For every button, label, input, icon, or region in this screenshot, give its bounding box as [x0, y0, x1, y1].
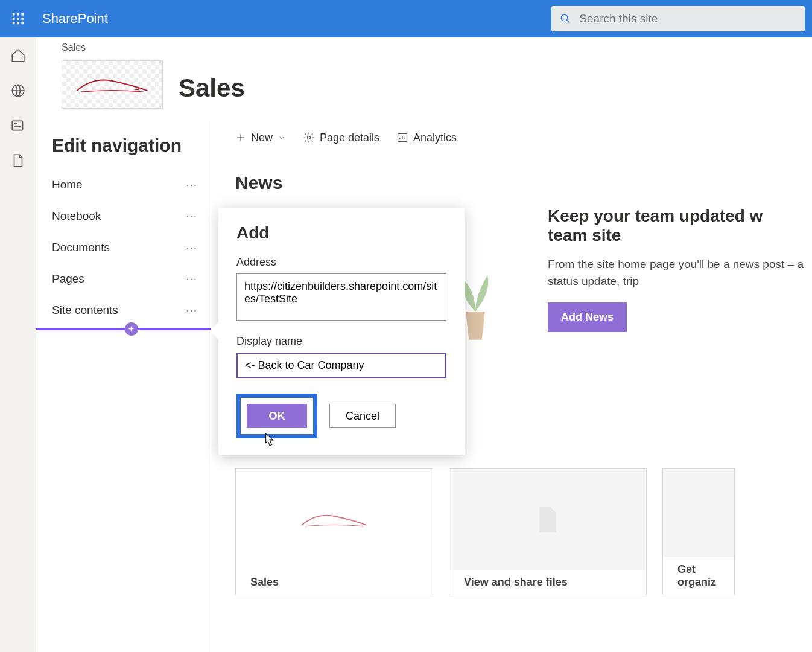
cancel-button[interactable]: Cancel: [329, 404, 396, 428]
dialog-caret-icon: [210, 322, 218, 339]
more-icon[interactable]: ···: [186, 241, 197, 254]
card-thumb: [236, 469, 433, 570]
site-logo[interactable]: [62, 60, 163, 109]
more-icon[interactable]: ···: [186, 178, 197, 191]
dialog-title: Add: [236, 223, 446, 243]
add-link-dialog: Add Address Display name OK Cancel: [218, 208, 465, 455]
svg-rect-12: [12, 121, 22, 130]
more-icon[interactable]: ···: [186, 209, 197, 223]
page-details-button[interactable]: Page details: [303, 132, 379, 144]
svg-rect-3: [13, 18, 15, 20]
globe-icon[interactable]: [10, 82, 27, 99]
ok-highlight-box: OK: [236, 394, 317, 438]
app-rail: [0, 37, 36, 652]
nav-item-notebook[interactable]: Notebook···: [52, 200, 211, 232]
chevron-down-icon: [278, 133, 286, 142]
document-icon: [531, 503, 565, 537]
page-content: News Keep your team updated wteam site F…: [211, 155, 812, 211]
news-promo-body: From the site home page you'll be a news…: [548, 256, 812, 289]
svg-rect-1: [17, 13, 19, 16]
svg-rect-2: [22, 13, 24, 16]
display-name-input[interactable]: [236, 353, 446, 378]
gear-icon: [303, 132, 315, 144]
page-details-label: Page details: [320, 132, 379, 144]
breadcrumb[interactable]: Sales: [62, 42, 86, 53]
address-input[interactable]: [236, 273, 446, 321]
nav-item-pages[interactable]: Pages···: [52, 263, 211, 295]
nav-item-label: Documents: [52, 241, 110, 254]
nav-item-site-contents[interactable]: Site contents···: [52, 295, 211, 326]
site-header: Sales Sales: [36, 37, 812, 121]
analytics-icon: [396, 132, 408, 144]
site-title: Sales: [179, 74, 245, 103]
svg-rect-6: [13, 22, 15, 25]
search-container: [551, 6, 805, 31]
svg-point-9: [561, 14, 568, 21]
suite-header: SharePoint: [0, 0, 812, 37]
svg-rect-5: [22, 18, 24, 20]
card-sales[interactable]: Sales: [235, 468, 433, 595]
card-label: View and share files: [449, 570, 646, 595]
svg-rect-0: [13, 13, 15, 16]
news-heading: News: [235, 173, 788, 193]
analytics-button[interactable]: Analytics: [396, 132, 457, 144]
svg-rect-7: [17, 22, 19, 25]
news-icon[interactable]: [10, 117, 27, 134]
card-thumb: [663, 469, 734, 557]
add-nav-item-icon[interactable]: +: [125, 322, 138, 336]
command-bar: New Page details Analytics: [211, 121, 812, 155]
nav-item-label: Home: [52, 178, 83, 191]
edit-navigation-panel: Edit navigation Home··· Notebook··· Docu…: [36, 121, 211, 652]
ok-button[interactable]: OK: [247, 404, 307, 428]
card-view-share-files[interactable]: View and share files: [449, 468, 647, 595]
more-icon[interactable]: ···: [186, 272, 197, 286]
news-promo: Keep your team updated wteam site From t…: [548, 206, 812, 332]
analytics-label: Analytics: [413, 132, 457, 144]
car-logo-icon: [298, 508, 370, 532]
search-icon: [560, 13, 571, 25]
car-logo-icon: [73, 73, 151, 97]
card-label: Get organiz: [663, 557, 734, 595]
dialog-buttons: OK Cancel: [236, 394, 446, 438]
news-promo-title: Keep your team updated wteam site: [548, 206, 812, 245]
address-label: Address: [236, 256, 446, 269]
insert-divider[interactable]: +: [36, 328, 226, 330]
search-input[interactable]: [579, 12, 796, 25]
home-icon[interactable]: [10, 47, 27, 64]
card-label: Sales: [236, 570, 433, 595]
svg-point-17: [308, 136, 311, 139]
svg-rect-4: [17, 18, 19, 20]
card-thumb: [449, 469, 646, 570]
nav-item-label: Notebook: [52, 209, 101, 223]
new-button[interactable]: New: [235, 132, 286, 144]
quick-links-cards: Sales View and share files Get organiz: [235, 468, 735, 595]
nav-item-label: Pages: [52, 272, 84, 286]
app-launcher-icon[interactable]: [7, 8, 29, 30]
file-icon[interactable]: [10, 152, 27, 169]
nav-item-label: Site contents: [52, 304, 118, 317]
more-icon[interactable]: ···: [186, 304, 197, 317]
nav-item-home[interactable]: Home···: [52, 169, 211, 200]
plus-icon: [235, 132, 246, 143]
edit-navigation-title: Edit navigation: [52, 135, 211, 156]
display-name-label: Display name: [236, 335, 446, 348]
add-news-button[interactable]: Add News: [548, 302, 627, 332]
app-name[interactable]: SharePoint: [42, 11, 108, 27]
svg-rect-8: [22, 22, 24, 25]
nav-item-documents[interactable]: Documents···: [52, 232, 211, 263]
search-box[interactable]: [551, 6, 805, 31]
new-label: New: [251, 132, 273, 144]
svg-line-10: [566, 20, 569, 23]
card-get-organized[interactable]: Get organiz: [662, 468, 735, 595]
